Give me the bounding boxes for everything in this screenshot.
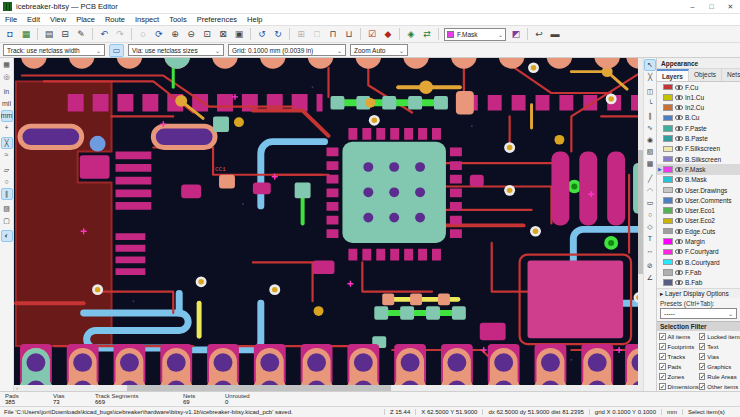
refresh-button[interactable]: ⟳ [152, 27, 166, 41]
layer-row-f-courtyard[interactable]: F.Courtyard [657, 247, 740, 257]
checkbox[interactable] [659, 353, 666, 360]
filter-zones[interactable]: Zones [659, 372, 699, 381]
zoom-out-button[interactable]: ⊖ [184, 27, 198, 41]
layer-color-swatch[interactable] [663, 146, 673, 153]
filter-locked-items[interactable]: Locked items [699, 332, 740, 341]
visibility-eye-icon[interactable] [675, 239, 683, 244]
canvas-vertical-scrollbar[interactable] [638, 58, 643, 385]
layer-color-swatch[interactable] [663, 156, 673, 163]
layer-row-margin[interactable]: Margin [657, 236, 740, 246]
zoom-in-button[interactable]: ⊕ [168, 27, 182, 41]
ungroup-button[interactable]: □ [310, 27, 324, 41]
visibility-eye-icon[interactable] [675, 115, 683, 120]
tab-objects[interactable]: Objects [689, 69, 722, 80]
group-button[interactable]: ⊞ [294, 27, 308, 41]
board-setup-button[interactable]: ▦ [19, 27, 33, 41]
delete-items-button[interactable]: ⊘ [644, 260, 656, 272]
filter-footprints[interactable]: Footprints [659, 342, 699, 351]
checkbox[interactable] [699, 353, 706, 360]
units-inches-button[interactable]: in [1, 86, 13, 98]
layer-row-f-fab[interactable]: F.Fab [657, 267, 740, 277]
menu-view[interactable]: View [45, 15, 71, 24]
auto-track-width-toggle[interactable]: ▭ [109, 44, 124, 57]
layer-color-swatch[interactable] [663, 279, 673, 286]
close-button[interactable]: ✕ [721, 0, 740, 13]
tune-track-length-button[interactable]: ∿ [644, 122, 656, 134]
menu-file[interactable]: File [0, 15, 22, 24]
scripting-console-button[interactable]: ▬ [548, 27, 562, 41]
grid-dropdown[interactable]: Grid: 0.1000 mm (0.0039 in) ⌄ [228, 44, 346, 56]
add-filled-zone-button[interactable]: ▧ [644, 146, 656, 158]
layer-row-f-mask[interactable]: ▶F.Mask [657, 164, 740, 174]
save-button[interactable]: ◘ [3, 27, 17, 41]
layer-row-user-eco1[interactable]: User.Eco1 [657, 205, 740, 215]
canvas-horizontal-scrollbar[interactable]: ‹ [14, 385, 643, 391]
visibility-eye-icon[interactable] [675, 208, 683, 213]
filter-vias[interactable]: Vias [699, 352, 740, 361]
maximize-button[interactable]: □ [702, 0, 721, 13]
visibility-eye-icon[interactable] [675, 270, 683, 275]
vertical-scroll-thumb[interactable] [638, 150, 643, 274]
sketch-vias-button[interactable]: ○ [1, 176, 13, 188]
visibility-eye-icon[interactable] [675, 198, 683, 203]
visibility-eye-icon[interactable] [675, 105, 683, 110]
units-mm-button[interactable]: mm [1, 110, 13, 122]
visibility-eye-icon[interactable] [675, 177, 683, 182]
scroll-left-arrow[interactable]: ‹ [14, 385, 20, 391]
checkbox[interactable] [659, 363, 666, 370]
layer-color-swatch[interactable] [663, 197, 673, 204]
add-arc-button[interactable]: ◠ [644, 185, 656, 197]
checkbox[interactable] [659, 333, 666, 340]
rotate-ccw-button[interactable]: ↺ [255, 27, 269, 41]
layer-color-swatch[interactable] [663, 84, 673, 91]
inspect-clearance-button[interactable]: ◆ [381, 27, 395, 41]
curved-ratsnest-button[interactable]: ≈ [1, 149, 13, 161]
rotate-cw-button[interactable]: ↻ [271, 27, 285, 41]
add-rectangle-button[interactable]: ▭ [644, 197, 656, 209]
measure-tool-button[interactable]: ∠ [644, 272, 656, 284]
visibility-eye-icon[interactable] [675, 136, 683, 141]
menu-place[interactable]: Place [71, 15, 100, 24]
layer-row-edge-cuts[interactable]: Edge.Cuts [657, 226, 740, 236]
drc-button[interactable]: ☑ [365, 27, 379, 41]
add-dimension-button[interactable]: ↔ [644, 245, 656, 257]
layer-row-f-cu[interactable]: F.Cu [657, 82, 740, 92]
menu-route[interactable]: Route [100, 15, 130, 24]
checkbox[interactable] [699, 383, 706, 390]
layer-row-in2-cu[interactable]: In2.Cu [657, 103, 740, 113]
visibility-eye-icon[interactable] [675, 260, 683, 265]
layer-row-b-courtyard[interactable]: B.Courtyard [657, 257, 740, 267]
layer-row-b-fab[interactable]: B.Fab [657, 278, 740, 288]
unlock-button[interactable]: ⊔ [342, 27, 356, 41]
visibility-eye-icon[interactable] [675, 157, 683, 162]
zoom-selection-button[interactable]: ⊠ [216, 27, 230, 41]
visibility-eye-icon[interactable] [675, 146, 683, 151]
add-via-button[interactable]: ◉ [644, 134, 656, 146]
visibility-eye-icon[interactable] [675, 280, 683, 285]
minimize-button[interactable]: – [683, 0, 702, 13]
filter-pads[interactable]: Pads [659, 362, 699, 371]
layer-row-b-mask[interactable]: B.Mask [657, 175, 740, 185]
zoom-fit-button[interactable]: ⊡ [200, 27, 214, 41]
checkbox[interactable] [699, 343, 706, 350]
layer-color-swatch[interactable] [663, 228, 673, 235]
layer-row-f-silkscreen[interactable]: F.Silkscreen [657, 144, 740, 154]
layer-color-swatch[interactable] [663, 238, 673, 245]
menu-edit[interactable]: Edit [22, 15, 45, 24]
menu-inspect[interactable]: Inspect [130, 15, 164, 24]
sketch-pads-button[interactable]: ▱ [1, 164, 13, 176]
visibility-eye-icon[interactable] [675, 126, 683, 131]
layer-row-user-eco2[interactable]: User.Eco2 [657, 216, 740, 226]
layer-color-swatch[interactable] [663, 125, 673, 132]
checkbox[interactable] [659, 343, 666, 350]
checkbox[interactable] [659, 383, 666, 390]
via-size-dropdown[interactable]: Via: use netclass sizes ⌄ [128, 44, 224, 56]
dim-inactive-layers-button[interactable]: ◐ [1, 230, 13, 242]
update-footprints-button[interactable]: ⇄ [420, 27, 434, 41]
visibility-eye-icon[interactable] [675, 249, 683, 254]
polar-coordinates-button[interactable]: ◎ [1, 71, 13, 83]
layer-color-swatch[interactable] [663, 249, 673, 256]
units-mils-button[interactable]: mil [1, 98, 13, 110]
layer-color-swatch[interactable] [663, 104, 673, 111]
layer-color-swatch[interactable] [663, 207, 673, 214]
